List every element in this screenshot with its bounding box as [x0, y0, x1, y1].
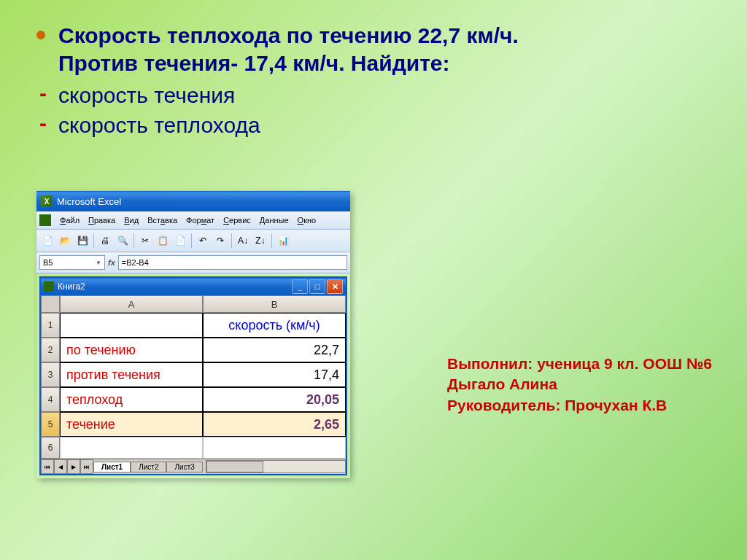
- cut-icon[interactable]: ✂: [137, 233, 153, 249]
- table-row: 4 теплоход 20,05: [41, 387, 346, 412]
- attribution-line1: Выполнил: ученица 9 кл. ООШ №6: [447, 354, 712, 374]
- select-all-corner[interactable]: [41, 295, 60, 313]
- excel-window: X Microsoft Excel Файл Правка Вид Вставк…: [36, 191, 350, 478]
- tab-nav-next-icon[interactable]: ▶: [67, 459, 80, 474]
- sub-bullet-1: - скорость течения: [36, 81, 711, 109]
- spreadsheet: A B 1 скорость (км/ч) 2 по течению 22,7 …: [41, 295, 346, 474]
- attribution-line3: Руководитель: Прочухан К.В: [447, 395, 712, 416]
- formula-value: =B2-B4: [122, 258, 149, 267]
- excel-title: Microsoft Excel: [57, 196, 121, 207]
- title-line2: Против течения- 17,4 км/ч. Найдите:: [58, 51, 450, 75]
- menubar: Файл Правка Вид Вставка Формат Сервис Да…: [36, 211, 350, 230]
- menu-insert[interactable]: Вставка: [143, 216, 182, 225]
- preview-icon[interactable]: 🔍: [115, 233, 131, 249]
- formula-input[interactable]: =B2-B4: [118, 255, 347, 270]
- attribution-line2: Дыгало Алина: [447, 374, 712, 394]
- menu-data[interactable]: Данные: [255, 216, 293, 225]
- table-row: 1 скорость (км/ч): [41, 313, 346, 338]
- formula-bar: B5 ▼ fx =B2-B4: [36, 252, 350, 273]
- fx-icon[interactable]: fx: [108, 258, 115, 267]
- tab-nav-prev-icon[interactable]: ◀: [54, 459, 67, 474]
- dash-icon: -: [39, 81, 47, 106]
- row-header[interactable]: 2: [41, 338, 60, 362]
- menu-edit[interactable]: Правка: [84, 216, 120, 225]
- separator-icon: [93, 233, 94, 248]
- toolbar: 📄 📂 💾 🖨 🔍 ✂ 📋 📄 ↶ ↷ A↓ Z↓ 📊: [36, 230, 350, 252]
- cell-b3[interactable]: 17,4: [203, 362, 346, 387]
- tab-nav-last-icon[interactable]: ⏭: [80, 459, 93, 474]
- menu-view[interactable]: Вид: [120, 216, 143, 225]
- tab-nav-first-icon[interactable]: ⏮: [41, 459, 54, 474]
- cell-b5[interactable]: 2,65: [203, 412, 346, 437]
- namebox-value: B5: [43, 258, 53, 267]
- separator-icon: [271, 233, 272, 248]
- sub-bullet-2: - скорость теплохода: [36, 111, 711, 139]
- paste-icon[interactable]: 📄: [172, 233, 188, 249]
- row-header[interactable]: 1: [41, 313, 60, 338]
- col-a-header[interactable]: A: [60, 295, 203, 313]
- undo-icon[interactable]: ↶: [195, 233, 211, 249]
- workbook-window: Книга2 _ □ ✕ A B 1 скорость (км/ч): [39, 276, 347, 475]
- column-headers: A B: [41, 295, 346, 313]
- workbook-titlebar[interactable]: Книга2 _ □ ✕: [41, 278, 346, 295]
- sheet-tabs-bar: ⏮ ◀ ▶ ⏭ Лист1 Лист2 Лист3: [41, 459, 346, 474]
- redo-icon[interactable]: ↷: [212, 233, 228, 249]
- cell-a3[interactable]: против течения: [60, 362, 203, 387]
- main-bullet: Скорость теплохода по течению 22,7 км/ч.…: [36, 22, 711, 77]
- workbook-title: Книга2: [58, 281, 85, 292]
- attribution-block: Выполнил: ученица 9 кл. ООШ №6 Дыгало Ал…: [447, 354, 712, 416]
- excel-titlebar[interactable]: X Microsoft Excel: [36, 191, 350, 211]
- row-header[interactable]: 5: [41, 412, 60, 437]
- control-menu-icon[interactable]: [39, 214, 51, 226]
- separator-icon: [231, 233, 232, 248]
- horizontal-scrollbar[interactable]: [206, 460, 346, 473]
- separator-icon: [191, 233, 192, 248]
- cell-b4[interactable]: 20,05: [203, 387, 346, 412]
- copy-icon[interactable]: 📋: [155, 233, 171, 249]
- cell-b6[interactable]: [203, 437, 346, 459]
- open-icon[interactable]: 📂: [57, 233, 73, 249]
- table-row: 6: [41, 437, 346, 459]
- table-row: 2 по течению 22,7: [41, 338, 346, 362]
- cell-b2[interactable]: 22,7: [203, 338, 346, 362]
- sub2-text: скорость теплохода: [58, 111, 260, 139]
- sub1-text: скорость течения: [58, 81, 235, 109]
- cell-a1[interactable]: [60, 313, 203, 338]
- menu-file[interactable]: Файл: [55, 216, 84, 225]
- table-row: 3 против течения 17,4: [41, 362, 346, 387]
- sort-icon[interactable]: A↓: [235, 233, 251, 249]
- menu-tools[interactable]: Сервис: [219, 216, 255, 225]
- print-icon[interactable]: 🖨: [97, 233, 113, 249]
- minimize-icon[interactable]: _: [292, 279, 308, 294]
- dash-icon: -: [39, 111, 47, 136]
- sort-desc-icon[interactable]: Z↓: [252, 233, 268, 249]
- close-icon[interactable]: ✕: [327, 279, 343, 294]
- sheet-tab-3[interactable]: Лист3: [166, 462, 202, 472]
- scroll-thumb[interactable]: [206, 461, 263, 472]
- excel-app-icon: X: [41, 195, 53, 207]
- row-header[interactable]: 4: [41, 387, 60, 412]
- sheet-tab-1[interactable]: Лист1: [93, 462, 131, 472]
- new-icon[interactable]: 📄: [39, 233, 55, 249]
- col-b-header[interactable]: B: [203, 295, 346, 313]
- row-header[interactable]: 6: [41, 437, 60, 459]
- maximize-icon[interactable]: □: [309, 279, 325, 294]
- title-line1: Скорость теплохода по течению 22,7 км/ч.: [58, 23, 519, 47]
- chart-icon[interactable]: 📊: [275, 233, 291, 249]
- menu-window[interactable]: Окно: [293, 216, 321, 225]
- cell-a6[interactable]: [60, 437, 203, 459]
- cell-a4[interactable]: теплоход: [60, 387, 203, 412]
- cell-a5[interactable]: течение: [60, 412, 203, 437]
- workbook-icon: [44, 281, 54, 292]
- cell-a2[interactable]: по течению: [60, 338, 203, 362]
- save-icon[interactable]: 💾: [74, 233, 90, 249]
- name-box[interactable]: B5 ▼: [39, 255, 105, 270]
- problem-statement: Скорость теплохода по течению 22,7 км/ч.…: [58, 22, 519, 77]
- sheet-tab-2[interactable]: Лист2: [131, 462, 166, 472]
- menu-format[interactable]: Формат: [182, 216, 219, 225]
- separator-icon: [133, 233, 134, 248]
- bullet-dot-icon: [36, 31, 45, 39]
- dropdown-arrow-icon[interactable]: ▼: [96, 260, 101, 266]
- cell-b1[interactable]: скорость (км/ч): [203, 313, 346, 338]
- row-header[interactable]: 3: [41, 362, 60, 387]
